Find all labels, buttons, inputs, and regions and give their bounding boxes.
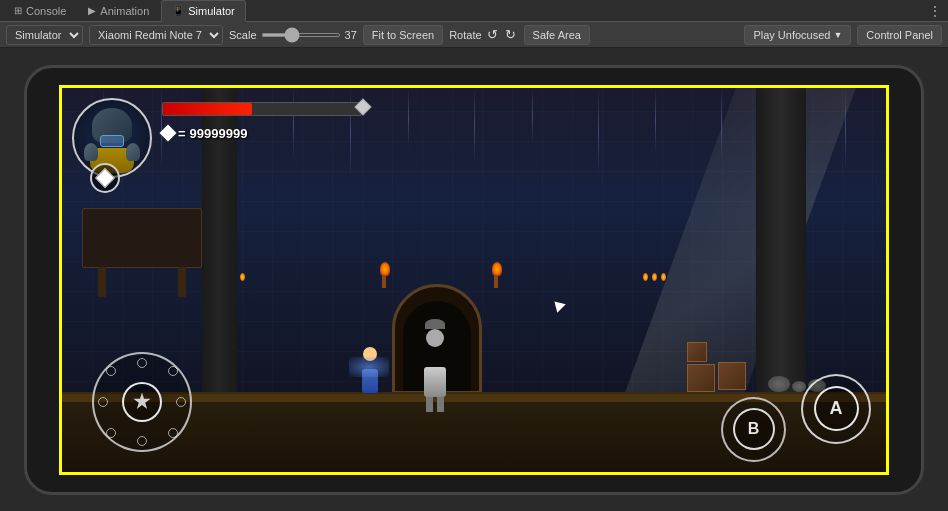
rotate-cw-button[interactable]: ↻ [503, 27, 518, 42]
pillar-right [756, 88, 806, 408]
button-b-label: B [748, 420, 760, 438]
rotate-controls: Rotate ↺ ↻ [449, 27, 517, 42]
joystick-outer-ring [92, 352, 192, 452]
background-shelf [82, 208, 202, 268]
joystick-inner-ring [122, 382, 162, 422]
skill-diamond [95, 168, 115, 188]
enemy-legs [417, 397, 452, 412]
tab-bar: ⊞ Console ▶ Animation 📱 Simulator ⋮ [0, 0, 948, 22]
crate-large-right [718, 362, 746, 390]
game-background: = 99999999 [62, 88, 886, 472]
torch-right [492, 262, 500, 282]
rotate-ccw-button[interactable]: ↺ [485, 27, 500, 42]
hp-bar-fill [163, 103, 252, 115]
joystick-dot-right [176, 397, 186, 407]
joystick-dot-bottom [137, 436, 147, 446]
tab-simulator-label: Simulator [188, 5, 234, 17]
rock-large [768, 376, 790, 392]
hp-bar-container [162, 102, 362, 116]
joystick-dot-bottomleft [106, 428, 116, 438]
currency-diamond-icon [160, 125, 177, 142]
tab-console[interactable]: ⊞ Console [4, 0, 76, 22]
joystick-control[interactable] [92, 352, 192, 452]
enemy-character [417, 327, 452, 392]
tab-console-label: Console [26, 5, 66, 17]
shelf-leg-right [178, 267, 186, 297]
crate-small-top [687, 342, 707, 362]
candle-flame-4 [643, 273, 648, 281]
torch-stick-right [494, 276, 498, 288]
torch-stick-left [382, 276, 386, 288]
skill-icon[interactable] [90, 163, 120, 193]
currency-separator: = [178, 126, 186, 141]
hp-bar [162, 102, 362, 116]
button-a-container[interactable]: A [801, 374, 871, 444]
avatar-character [82, 103, 142, 173]
animation-icon: ▶ [88, 5, 96, 16]
button-b-container[interactable]: B [721, 397, 786, 462]
rotate-label: Rotate [449, 29, 481, 41]
tab-animation-label: Animation [100, 5, 149, 17]
joystick-dot-topleft [106, 366, 116, 376]
crate-large-bottom [687, 364, 715, 392]
enemy-leg-right [437, 397, 444, 412]
device-select[interactable]: Xiaomi Redmi Note 7 [89, 25, 223, 45]
avatar-visor [100, 135, 124, 147]
crates [687, 342, 746, 392]
torch-flame-right [492, 262, 502, 276]
scale-control: Scale 37 [229, 29, 357, 41]
play-unfocused-label: Play Unfocused [753, 29, 830, 41]
enemy-helmet [425, 319, 445, 329]
enemy-head [426, 329, 444, 347]
player-wings [349, 357, 389, 377]
scale-value: 37 [345, 29, 357, 41]
candle-flame-3 [240, 273, 245, 281]
shelf-leg-left [98, 267, 106, 297]
candle-flame-6 [661, 273, 666, 281]
currency-display: = 99999999 [162, 126, 247, 141]
scale-slider[interactable] [261, 33, 341, 37]
player-character [357, 347, 382, 387]
enemy-leg-left [426, 397, 433, 412]
tab-menu-button[interactable]: ⋮ [922, 3, 948, 19]
button-a-label: A [830, 398, 843, 419]
phone-frame: = 99999999 [24, 65, 924, 495]
button-b-outer: B [721, 397, 786, 462]
fit-to-screen-button[interactable]: Fit to Screen [363, 25, 443, 45]
safe-area-button[interactable]: Safe Area [524, 25, 590, 45]
avatar-pauldron-left [84, 143, 98, 161]
scale-label: Scale [229, 29, 257, 41]
button-a-inner: A [814, 386, 859, 431]
console-icon: ⊞ [14, 5, 22, 16]
torch-left [380, 262, 388, 282]
avatar-pauldron-right [126, 143, 140, 161]
game-viewport[interactable]: = 99999999 [59, 85, 889, 475]
simulator-icon: 📱 [172, 5, 184, 16]
control-panel-button[interactable]: Control Panel [857, 25, 942, 45]
candelabra-right [643, 273, 666, 281]
enemy-body [424, 367, 446, 397]
button-a-outer: A [801, 374, 871, 444]
toolbar: Simulator Xiaomi Redmi Note 7 Scale 37 F… [0, 22, 948, 48]
joystick-dot-topright [168, 366, 178, 376]
simulator-area: = 99999999 [0, 48, 948, 511]
joystick-center [133, 393, 151, 411]
joystick-dot-bottomright [168, 428, 178, 438]
candle-flame-5 [652, 273, 657, 281]
simulator-select[interactable]: Simulator [6, 25, 83, 45]
tab-simulator[interactable]: 📱 Simulator [161, 0, 245, 22]
play-unfocused-dropdown-arrow: ▼ [833, 30, 842, 40]
button-b-inner: B [733, 408, 775, 450]
joystick-dot-top [137, 358, 147, 368]
torch-flame-left [380, 262, 390, 276]
joystick-dot-left [98, 397, 108, 407]
currency-value: 99999999 [190, 126, 248, 141]
play-unfocused-button[interactable]: Play Unfocused ▼ [744, 25, 851, 45]
tab-animation[interactable]: ▶ Animation [78, 0, 159, 22]
